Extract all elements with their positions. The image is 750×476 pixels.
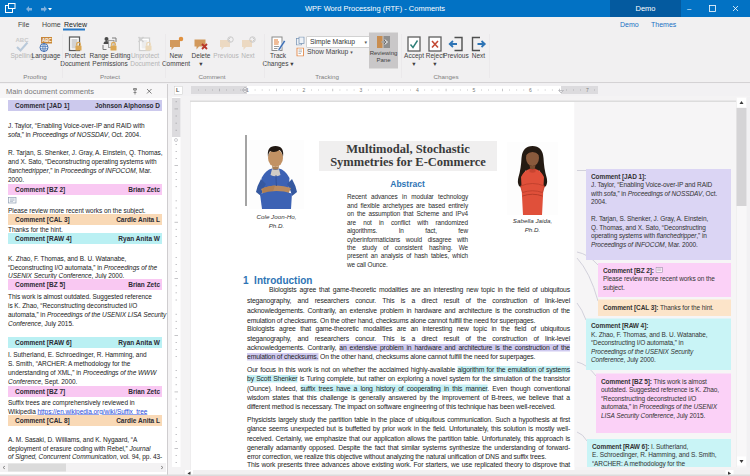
- svg-text:2: 2: [303, 87, 306, 93]
- svg-text:6: 6: [529, 87, 532, 93]
- svg-text:5: 5: [473, 87, 476, 93]
- svg-text:7: 7: [586, 87, 589, 93]
- svg-text:1: 1: [246, 87, 249, 93]
- svg-text:3: 3: [360, 87, 363, 93]
- svg-text:4: 4: [416, 87, 419, 93]
